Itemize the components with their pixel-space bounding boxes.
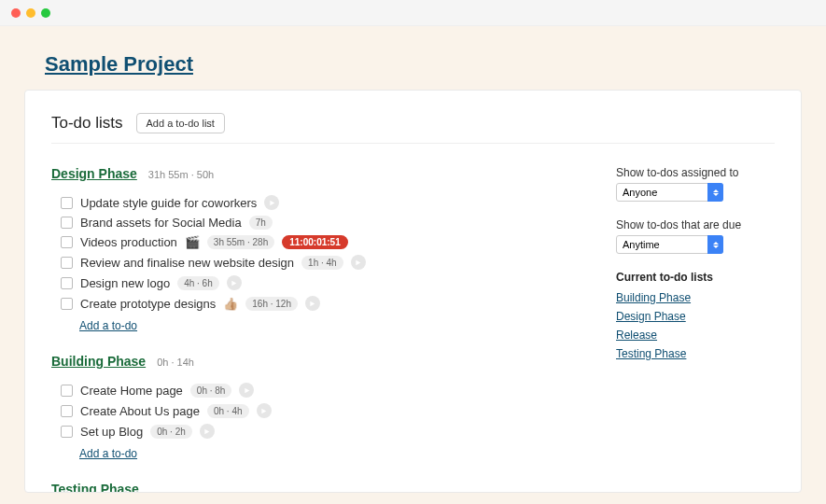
sidebar-list-link[interactable]: Building Phase — [616, 291, 775, 304]
todo-checkbox[interactable] — [61, 426, 73, 438]
play-icon[interactable] — [227, 275, 242, 290]
todo-label[interactable]: Videos production — [80, 235, 177, 249]
todo-label[interactable]: Update style guide for coworkers — [80, 196, 257, 210]
play-icon[interactable] — [305, 296, 320, 311]
todo-checkbox[interactable] — [61, 217, 73, 229]
list-title-link[interactable]: Testing Phase — [51, 482, 139, 493]
todo-row: Review and finalise new website design1h… — [51, 252, 579, 273]
todo-row: Design new logo4h · 6h — [51, 273, 579, 293]
todo-checkbox[interactable] — [61, 257, 73, 269]
lists-column: Design Phase31h 55m · 50hUpdate style gu… — [51, 166, 579, 493]
todo-time-pill: 0h · 8h — [190, 384, 232, 398]
todo-label[interactable]: Design new logo — [80, 276, 170, 290]
content-columns: Design Phase31h 55m · 50hUpdate style gu… — [51, 166, 775, 493]
list-title-row: Testing Phase — [51, 482, 579, 493]
todo-time-pill: 0h · 4h — [207, 404, 249, 418]
todo-time-pill: 3h 55m · 28h — [207, 235, 274, 249]
sidebar-list-link[interactable]: Release — [616, 329, 775, 342]
select-stepper-icon[interactable] — [707, 235, 723, 254]
close-dot[interactable] — [11, 8, 21, 18]
todo-row: Brand assets for Social Media7h — [51, 213, 579, 232]
todo-label[interactable]: Set up Blog — [80, 425, 143, 439]
list-title-row: Design Phase31h 55m · 50h — [51, 166, 579, 181]
todo-label[interactable]: Create Home page — [80, 384, 183, 398]
add-todo-link[interactable]: Add a to-do — [79, 447, 137, 460]
todo-time-pill: 4h · 6h — [177, 276, 219, 290]
todo-checkbox[interactable] — [61, 277, 73, 289]
list-block: Design Phase31h 55m · 50hUpdate style gu… — [51, 166, 579, 333]
todo-label[interactable]: Review and finalise new website design — [80, 256, 294, 270]
todo-checkbox[interactable] — [61, 197, 73, 209]
play-icon[interactable] — [200, 424, 215, 439]
add-todo-link[interactable]: Add a to-do — [79, 319, 137, 332]
todo-label[interactable]: Create About Us page — [80, 404, 200, 418]
todo-row: Create prototype designs👍🏼16h · 12h — [51, 293, 579, 314]
main-panel: To-do lists Add a to-do list Design Phas… — [24, 90, 802, 493]
todo-row: Videos production🎬3h 55m · 28h11:00:01:5… — [51, 232, 579, 252]
minimize-dot[interactable] — [26, 8, 35, 18]
todo-row: Create Home page0h · 8h — [51, 380, 579, 400]
list-title-link[interactable]: Design Phase — [51, 166, 137, 181]
todo-emoji: 👍🏼 — [223, 297, 238, 311]
list-title-link[interactable]: Building Phase — [51, 354, 146, 369]
todo-label[interactable]: Create prototype designs — [80, 297, 216, 311]
play-icon[interactable] — [264, 195, 279, 210]
window-chrome — [0, 0, 826, 26]
filter-assigned-select-wrap — [616, 183, 775, 202]
select-stepper-icon[interactable] — [707, 183, 723, 202]
list-block: Building Phase0h · 14hCreate Home page0h… — [51, 354, 579, 461]
todo-label[interactable]: Brand assets for Social Media — [80, 216, 242, 230]
play-icon[interactable] — [257, 403, 272, 418]
panel-header: To-do lists Add a to-do list — [51, 113, 775, 144]
filter-due-select-wrap — [616, 235, 775, 254]
section-title: To-do lists — [51, 114, 123, 133]
filter-due-label: Show to-dos that are due — [616, 218, 775, 231]
sidebar: Show to-dos assigned to Show to-dos that… — [616, 166, 775, 493]
breadcrumb: Sample Project — [24, 52, 802, 90]
todo-checkbox[interactable] — [61, 385, 73, 397]
project-title-link[interactable]: Sample Project — [45, 52, 193, 76]
app-background: Sample Project To-do lists Add a to-do l… — [0, 26, 826, 493]
add-list-button[interactable]: Add a to-do list — [136, 113, 225, 133]
sidebar-list-link[interactable]: Design Phase — [616, 310, 775, 323]
list-meta: 0h · 14h — [157, 357, 194, 368]
list-block: Testing Phase — [51, 482, 579, 493]
list-meta: 31h 55m · 50h — [148, 169, 214, 180]
todo-time-pill: 7h — [249, 216, 273, 230]
todo-time-pill: 1h · 4h — [301, 256, 343, 270]
sidebar-list-link[interactable]: Testing Phase — [616, 347, 775, 360]
todo-time-pill: 16h · 12h — [245, 297, 298, 311]
todo-emoji: 🎬 — [185, 235, 200, 249]
zoom-dot[interactable] — [41, 8, 50, 18]
list-title-row: Building Phase0h · 14h — [51, 354, 579, 369]
todo-row: Set up Blog0h · 2h — [51, 421, 579, 441]
todo-checkbox[interactable] — [61, 405, 73, 417]
todo-checkbox[interactable] — [61, 298, 73, 310]
todo-row: Update style guide for coworkers — [51, 192, 579, 213]
todo-row: Create About Us page0h · 4h — [51, 400, 579, 421]
todo-time-pill: 0h · 2h — [150, 425, 192, 439]
filter-assigned-label: Show to-dos assigned to — [616, 166, 775, 179]
play-icon[interactable] — [351, 255, 366, 270]
play-icon[interactable] — [239, 383, 254, 398]
sidebar-links-heading: Current to-do lists — [616, 271, 775, 284]
todo-running-timer[interactable]: 11:00:01:51 — [282, 235, 347, 249]
todo-checkbox[interactable] — [61, 236, 73, 248]
